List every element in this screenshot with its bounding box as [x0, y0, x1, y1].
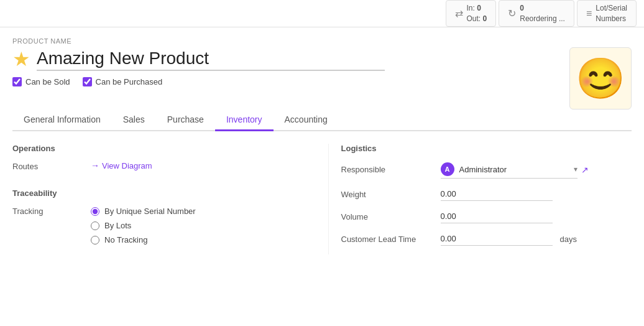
- volume-input[interactable]: [441, 210, 553, 223]
- tabs-bar: General Information Sales Purchase Inven…: [12, 109, 632, 131]
- responsible-avatar: A: [441, 162, 454, 176]
- arrow-right-icon: →: [91, 161, 99, 170]
- product-name-row: ★: [12, 47, 385, 71]
- weight-label: Weight: [341, 190, 441, 199]
- operations-section: Operations Routes → View Diagram Traceab…: [12, 144, 328, 254]
- main-content: Product Name ★ Can be Sold Can be Purcha…: [0, 27, 644, 264]
- weight-row: Weight: [341, 187, 632, 201]
- volume-value: [441, 210, 632, 223]
- routes-label: Routes: [12, 161, 81, 171]
- tracking-field-row: Tracking By Unique Serial Number By Lots: [12, 205, 303, 244]
- tracking-label: Tracking: [12, 205, 81, 216]
- routes-row: Routes → View Diagram: [12, 161, 303, 171]
- tracking-none-option[interactable]: No Tracking: [91, 235, 196, 244]
- responsible-name: Administrator: [459, 165, 569, 174]
- tab-general-information[interactable]: General Information: [12, 109, 112, 131]
- lead-time-unit: days: [560, 235, 577, 244]
- reordering-info: 0 Reordering ...: [520, 3, 565, 24]
- traceability-section: Traceability Tracking By Unique Serial N…: [12, 189, 303, 244]
- tracking-radio-group: By Unique Serial Number By Lots No Track…: [91, 207, 196, 244]
- responsible-select[interactable]: A Administrator ▾: [441, 161, 577, 179]
- operations-title: Operations: [12, 144, 303, 153]
- can-be-purchased-checkbox[interactable]: Can be Purchased: [83, 77, 163, 86]
- volume-label: Volume: [341, 212, 441, 221]
- reorder-icon: ↻: [508, 7, 516, 19]
- tab-purchase[interactable]: Purchase: [156, 109, 215, 131]
- logistics-section: Logistics Responsible A Administrator ▾ …: [328, 144, 632, 254]
- checkbox-row: Can be Sold Can be Purchased: [12, 77, 385, 86]
- lead-time-value: days: [441, 232, 632, 246]
- tab-content: Operations Routes → View Diagram Traceab…: [12, 144, 632, 254]
- traceability-title: Traceability: [12, 189, 303, 198]
- responsible-value: A Administrator ▾ ↗: [441, 161, 632, 179]
- tracking-serial-input[interactable]: [91, 207, 99, 216]
- in-out-button[interactable]: ⇄ In: 0 Out: 0: [446, 0, 497, 27]
- lead-time-row: Customer Lead Time days: [341, 232, 632, 246]
- view-diagram-link[interactable]: → View Diagram: [91, 161, 152, 170]
- responsible-row: Responsible A Administrator ▾ ↗: [341, 161, 632, 179]
- product-left: ★ Can be Sold Can be Purchased: [12, 47, 385, 96]
- tracking-none-input[interactable]: [91, 236, 99, 244]
- reordering-button[interactable]: ↻ 0 Reordering ...: [499, 0, 574, 27]
- can-be-sold-input[interactable]: [12, 77, 22, 86]
- lot-icon: ≡: [586, 8, 592, 19]
- logistics-title: Logistics: [341, 144, 632, 153]
- weight-value: [441, 187, 632, 201]
- in-out-info: In: 0 Out: 0: [467, 3, 487, 24]
- tracking-serial-option[interactable]: By Unique Serial Number: [91, 207, 196, 216]
- lot-serial-button[interactable]: ≡ Lot/Serial Numbers: [577, 0, 637, 27]
- volume-row: Volume: [341, 210, 632, 223]
- tab-sales[interactable]: Sales: [112, 109, 156, 131]
- lead-time-input[interactable]: [441, 232, 553, 246]
- can-be-purchased-input[interactable]: [83, 77, 92, 86]
- external-link-icon[interactable]: ↗: [581, 165, 589, 175]
- routes-value: → View Diagram: [91, 161, 303, 170]
- product-name-input[interactable]: [37, 47, 385, 71]
- responsible-label: Responsible: [341, 165, 441, 174]
- weight-input[interactable]: [441, 187, 553, 201]
- can-be-sold-checkbox[interactable]: Can be Sold: [12, 77, 70, 86]
- tab-inventory[interactable]: Inventory: [215, 109, 274, 131]
- product-header: ★ Can be Sold Can be Purchased 😊: [12, 47, 632, 109]
- top-bar: ⇄ In: 0 Out: 0 ↻ 0 Reordering ... ≡ Lot/…: [0, 0, 644, 27]
- product-image[interactable]: 😊: [569, 47, 632, 109]
- tab-accounting[interactable]: Accounting: [274, 109, 339, 131]
- tracking-lots-input[interactable]: [91, 221, 99, 230]
- lead-time-label: Customer Lead Time: [341, 235, 441, 244]
- tracking-lots-option[interactable]: By Lots: [91, 221, 196, 230]
- lot-serial-info: Lot/Serial Numbers: [596, 3, 627, 24]
- dropdown-chevron-icon: ▾: [574, 165, 577, 174]
- responsible-icons: ▾: [574, 165, 577, 174]
- transfer-icon: ⇄: [455, 7, 463, 19]
- product-name-label: Product Name: [12, 37, 632, 45]
- favorite-star-icon[interactable]: ★: [12, 49, 30, 69]
